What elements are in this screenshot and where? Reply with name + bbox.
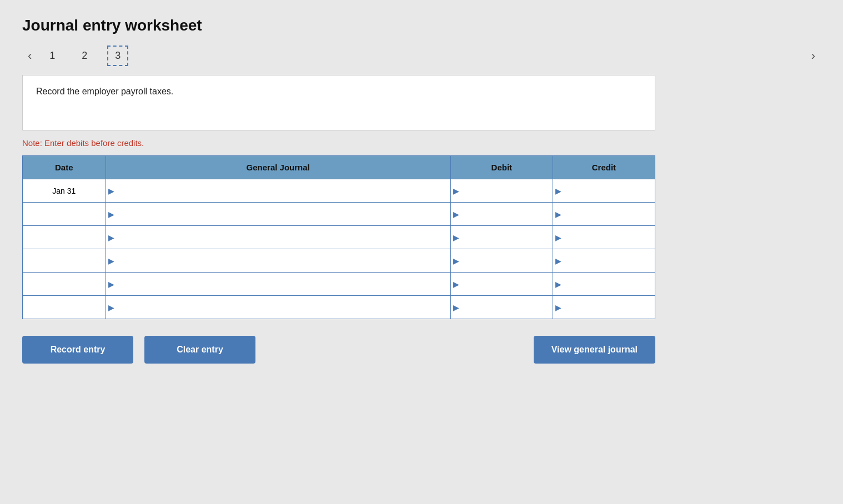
table-row: ▶▶▶: [23, 249, 655, 273]
arrow-indicator-journal-3: ▶: [108, 256, 114, 265]
journal-cell-1[interactable]: ▶: [106, 203, 450, 226]
debit-cell-5[interactable]: ▶: [450, 296, 553, 319]
arrow-indicator-debit-1: ▶: [453, 210, 459, 219]
credit-cell-4[interactable]: ▶: [553, 273, 655, 296]
col-header-journal: General Journal: [106, 156, 450, 179]
journal-table: Date General Journal Debit Credit Jan 31…: [22, 155, 655, 319]
buttons-row: Record entry Clear entry View general jo…: [22, 336, 655, 364]
prev-arrow[interactable]: ‹: [22, 47, 37, 65]
journal-cell-5[interactable]: ▶: [106, 296, 450, 319]
arrow-indicator-credit-3: ▶: [555, 256, 561, 265]
arrow-indicator-debit-3: ▶: [453, 256, 459, 265]
credit-cell-1[interactable]: ▶: [553, 203, 655, 226]
debit-cell-2[interactable]: ▶: [450, 226, 553, 249]
date-cell-5[interactable]: [23, 296, 106, 319]
description-box: Record the employer payroll taxes.: [22, 75, 655, 130]
description-text: Record the employer payroll taxes.: [36, 87, 641, 97]
note-text: Note: Enter debits before credits.: [22, 138, 821, 148]
arrow-indicator-debit-0: ▶: [453, 187, 459, 195]
journal-cell-0[interactable]: ▶: [106, 179, 450, 203]
arrow-indicator-credit-4: ▶: [555, 280, 561, 289]
nav-numbers: 1 2 3: [43, 46, 128, 66]
arrow-indicator-credit-2: ▶: [555, 233, 561, 242]
arrow-indicator-journal-5: ▶: [108, 303, 114, 312]
arrow-indicator-credit-5: ▶: [555, 303, 561, 312]
nav-num-2[interactable]: 2: [75, 47, 94, 65]
arrow-indicator-journal-2: ▶: [108, 233, 114, 242]
debit-cell-3[interactable]: ▶: [450, 249, 553, 273]
col-header-credit: Credit: [553, 156, 655, 179]
record-entry-button[interactable]: Record entry: [22, 336, 133, 364]
credit-cell-2[interactable]: ▶: [553, 226, 655, 249]
credit-cell-0[interactable]: ▶: [553, 179, 655, 203]
credit-cell-5[interactable]: ▶: [553, 296, 655, 319]
nav-num-3[interactable]: 3: [107, 46, 128, 66]
next-arrow[interactable]: ›: [806, 47, 821, 65]
debit-cell-1[interactable]: ▶: [450, 203, 553, 226]
debit-cell-0[interactable]: ▶: [450, 179, 553, 203]
arrow-indicator-credit-1: ▶: [555, 210, 561, 219]
date-cell-4[interactable]: [23, 273, 106, 296]
journal-cell-4[interactable]: ▶: [106, 273, 450, 296]
table-row: ▶▶▶: [23, 273, 655, 296]
view-general-journal-button[interactable]: View general journal: [534, 336, 655, 364]
navigation-row: ‹ 1 2 3 ›: [22, 46, 821, 66]
journal-cell-3[interactable]: ▶: [106, 249, 450, 273]
col-header-debit: Debit: [450, 156, 553, 179]
journal-cell-2[interactable]: ▶: [106, 226, 450, 249]
table-row: ▶▶▶: [23, 203, 655, 226]
col-header-date: Date: [23, 156, 106, 179]
arrow-indicator-journal-0: ▶: [108, 187, 114, 195]
arrow-indicator-journal-4: ▶: [108, 280, 114, 289]
table-row: ▶▶▶: [23, 296, 655, 319]
arrow-indicator-credit-0: ▶: [555, 187, 561, 195]
arrow-indicator-debit-5: ▶: [453, 303, 459, 312]
date-cell-3[interactable]: [23, 249, 106, 273]
date-cell-0[interactable]: Jan 31: [23, 179, 106, 203]
arrow-indicator-debit-2: ▶: [453, 233, 459, 242]
arrow-indicator-debit-4: ▶: [453, 280, 459, 289]
page-title: Journal entry worksheet: [22, 17, 821, 34]
debit-cell-4[interactable]: ▶: [450, 273, 553, 296]
table-header-row: Date General Journal Debit Credit: [23, 156, 655, 179]
clear-entry-button[interactable]: Clear entry: [144, 336, 255, 364]
date-cell-2[interactable]: [23, 226, 106, 249]
nav-num-1[interactable]: 1: [43, 47, 62, 65]
arrow-indicator-journal-1: ▶: [108, 210, 114, 219]
date-cell-1[interactable]: [23, 203, 106, 226]
table-row: Jan 31▶▶▶: [23, 179, 655, 203]
table-row: ▶▶▶: [23, 226, 655, 249]
credit-cell-3[interactable]: ▶: [553, 249, 655, 273]
